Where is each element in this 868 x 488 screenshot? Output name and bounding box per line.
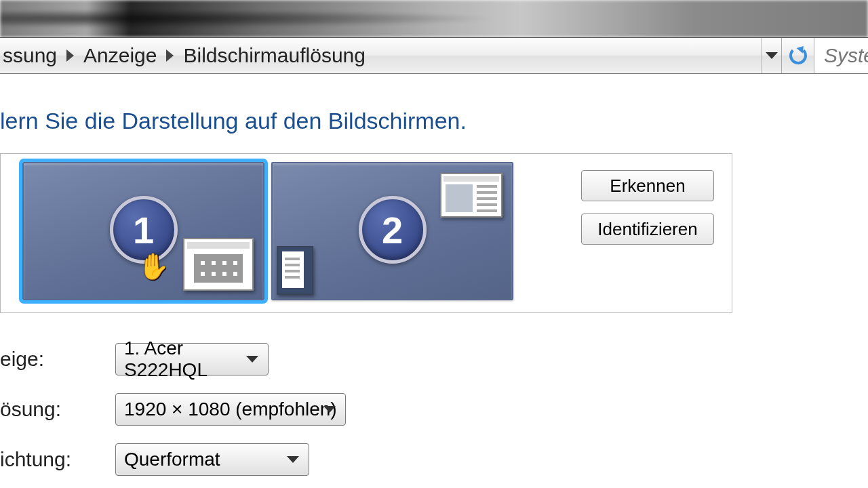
window-thumb-icon (277, 246, 313, 295)
window-thumb-icon (440, 173, 502, 218)
monitor-2[interactable]: 2 (271, 162, 513, 300)
breadcrumb-seg[interactable]: ssung (3, 44, 57, 67)
orientation-select-value: Querformat (124, 449, 220, 470)
chevron-down-icon (246, 356, 258, 363)
search-input[interactable]: Syster (814, 38, 868, 73)
display-select-value: 1. Acer S222HQL (124, 338, 260, 381)
refresh-icon (789, 47, 807, 64)
window-thumb-icon (183, 238, 254, 291)
refresh-button[interactable] (781, 38, 814, 73)
breadcrumb[interactable]: ssung Anzeige Bildschirmauflösung (0, 38, 761, 73)
orientation-label: ichtung: (0, 448, 115, 471)
chevron-right-icon (66, 49, 74, 62)
breadcrumb-seg[interactable]: Bildschirmauflösung (183, 44, 365, 67)
chevron-down-icon (323, 406, 336, 413)
content-pane: lern Sie die Darstellung auf den Bildsch… (0, 74, 868, 488)
detect-button[interactable]: Erkennen (581, 170, 714, 201)
display-select[interactable]: 1. Acer S222HQL (115, 343, 269, 375)
identify-button[interactable]: Identifizieren (581, 214, 714, 245)
monitor-number-badge: 2 (359, 196, 427, 264)
resolution-label: ösung: (0, 398, 115, 421)
breadcrumb-seg[interactable]: Anzeige (83, 44, 157, 67)
orientation-select[interactable]: Querformat (115, 443, 309, 476)
chevron-right-icon (166, 49, 174, 62)
window-glass-frame (0, 0, 868, 37)
monitor-1[interactable]: 1 ✋ (22, 162, 264, 300)
page-title: lern Sie die Darstellung auf den Bildsch… (0, 108, 868, 134)
display-label: eige: (0, 348, 115, 371)
display-settings: eige: 1. Acer S222HQL ösung: 1920 × 1080… (0, 343, 868, 488)
resolution-select[interactable]: 1920 × 1080 (empfohlen) (115, 393, 346, 426)
resolution-select-value: 1920 × 1080 (empfohlen) (124, 399, 337, 420)
address-bar: ssung Anzeige Bildschirmauflösung Syster (0, 37, 868, 74)
address-history-dropdown[interactable] (761, 38, 781, 73)
monitor-number-badge: 1 (110, 196, 178, 264)
chevron-down-icon (766, 52, 778, 59)
display-arrangement-box: 1 ✋ 2 Erkennen (0, 153, 732, 313)
chevron-down-icon (287, 456, 299, 463)
